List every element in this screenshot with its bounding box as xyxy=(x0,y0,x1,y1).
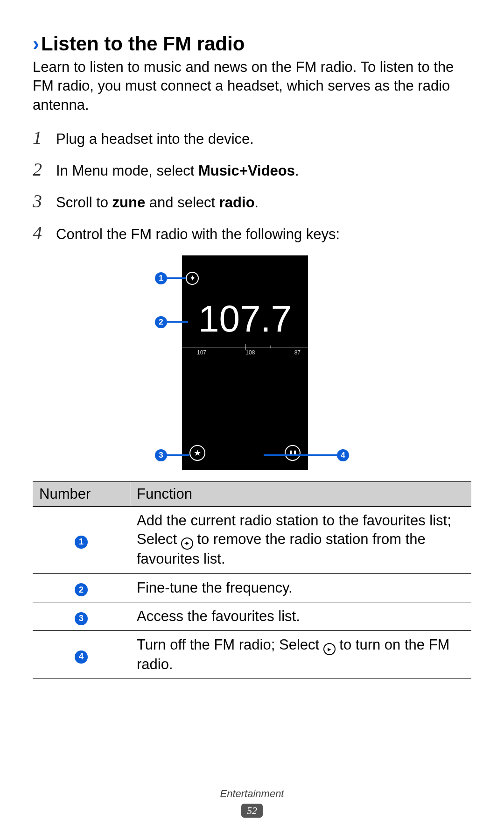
step-list: 1 Plug a headset into the device. 2 In M… xyxy=(33,125,471,246)
phone-screenshot: ✦ 107.7 107 108 87 ★ xyxy=(182,255,308,470)
figure-container: ✦ 107.7 107 108 87 ★ xyxy=(33,255,471,475)
row-number-badge: 2 xyxy=(75,583,88,596)
step-text: In Menu mode, select Music+Videos. xyxy=(56,161,299,181)
row-number-badge: 1 xyxy=(75,536,88,549)
dial-label: 108 xyxy=(245,349,255,356)
radio-figure: ✦ 107.7 107 108 87 ★ xyxy=(135,255,369,475)
favourites-icon: ★ xyxy=(189,445,205,461)
callout-4: 4 xyxy=(337,449,349,461)
frequency-display: 107.7 xyxy=(182,297,308,340)
table-row: 1 Add the current radio station to the f… xyxy=(33,507,471,573)
step-number: 4 xyxy=(33,220,56,246)
step-item: 4 Control the FM radio with the followin… xyxy=(33,220,471,246)
section-heading: ›Listen to the FM radio xyxy=(33,33,471,55)
row-number-badge: 3 xyxy=(75,612,88,625)
step-text: Control the FM radio with the following … xyxy=(56,224,340,244)
step-text: Plug a headset into the device. xyxy=(56,129,254,149)
row-function: Fine-tune the frequency. xyxy=(130,573,472,602)
add-favourite-icon: ✦ xyxy=(186,272,199,285)
manual-page: ›Listen to the FM radio Learn to listen … xyxy=(0,0,504,827)
dial-label: 107 xyxy=(197,349,206,356)
dial-label: 87 xyxy=(294,349,301,356)
remove-star-icon: ✦ xyxy=(181,537,193,550)
callout-1: 1 xyxy=(155,272,167,284)
col-number-header: Number xyxy=(33,481,130,506)
lead-line xyxy=(167,277,186,279)
row-function: Turn off the FM radio; Select ▸ to turn … xyxy=(130,631,472,679)
callout-2: 2 xyxy=(155,316,167,328)
table-header-row: Number Function xyxy=(33,481,471,506)
step-number: 1 xyxy=(33,125,56,151)
step-item: 3 Scroll to zune and select radio. xyxy=(33,188,471,214)
table-row: 4 Turn off the FM radio; Select ▸ to tur… xyxy=(33,631,471,679)
table-row: 3 Access the favourites list. xyxy=(33,602,471,630)
row-function: Add the current radio station to the fav… xyxy=(130,507,472,573)
lead-line xyxy=(167,454,189,456)
tuning-dial: 107 108 87 xyxy=(182,347,308,356)
step-item: 2 In Menu mode, select Music+Videos. xyxy=(33,156,471,183)
step-number: 2 xyxy=(33,156,56,183)
step-text: Scroll to zune and select radio. xyxy=(56,192,259,212)
function-table: Number Function 1 Add the current radio … xyxy=(33,481,471,679)
row-number-badge: 4 xyxy=(75,650,88,664)
callout-3: 3 xyxy=(155,449,167,461)
section-title-text: Listen to the FM radio xyxy=(41,33,245,55)
footer-category: Entertainment xyxy=(0,788,504,800)
chevron-icon: › xyxy=(33,33,39,55)
step-item: 1 Plug a headset into the device. xyxy=(33,125,471,151)
step-number: 3 xyxy=(33,188,56,214)
col-function-header: Function xyxy=(130,481,472,506)
lead-line xyxy=(167,321,188,323)
page-number: 52 xyxy=(241,804,263,818)
section-intro: Learn to listen to music and news on the… xyxy=(33,58,471,114)
row-function: Access the favourites list. xyxy=(130,602,472,630)
play-icon: ▸ xyxy=(323,643,336,655)
pause-icon: ❚❚ xyxy=(285,445,301,461)
lead-line xyxy=(264,454,337,456)
table-row: 2 Fine-tune the frequency. xyxy=(33,573,471,602)
